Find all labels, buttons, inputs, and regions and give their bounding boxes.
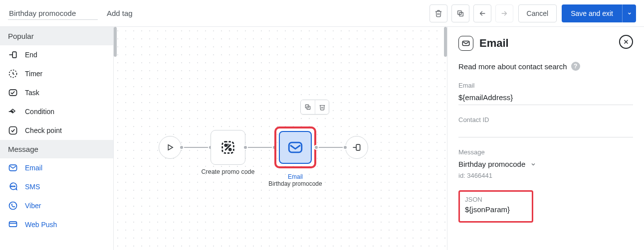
sidebar-item-label: Viber xyxy=(25,202,41,210)
copy-button[interactable] xyxy=(451,4,469,22)
sidebar: Popular End Timer Task Condition Check p… xyxy=(0,27,114,250)
help-icon[interactable]: ? xyxy=(571,62,580,71)
sidebar-item-label: Timer xyxy=(25,70,42,78)
node-delete-button[interactable] xyxy=(315,100,329,114)
svg-point-23 xyxy=(229,148,231,150)
json-field-highlight: JSON ${jsonParam} xyxy=(458,190,533,223)
undo-icon xyxy=(478,9,487,17)
sidebar-item-webpush[interactable]: Web Push xyxy=(0,215,113,234)
sidebar-item-email[interactable]: Email xyxy=(0,158,113,177)
email-field-label: Email xyxy=(458,82,633,89)
helper-text: Read more about contact search xyxy=(458,62,567,71)
svg-point-8 xyxy=(11,111,12,113)
sidebar-item-label: End xyxy=(25,51,37,59)
workflow-canvas[interactable]: + Create promo code Email Birthday promo… xyxy=(114,27,447,250)
chevron-down-icon xyxy=(627,11,632,16)
task-icon xyxy=(8,88,18,98)
sidebar-item-checkpoint[interactable]: Check point xyxy=(0,121,113,140)
close-icon xyxy=(623,39,629,45)
canvas-scroll-left[interactable] xyxy=(114,27,117,57)
sidebar-item-label: Web Push xyxy=(25,221,57,229)
email-block-type: Email xyxy=(250,173,340,180)
svg-rect-9 xyxy=(9,127,17,134)
contact-field-value[interactable] xyxy=(458,126,633,137)
promo-code-block[interactable]: + Create promo code xyxy=(211,130,245,165)
message-id: id: 3466441 xyxy=(458,172,633,179)
sidebar-item-viber[interactable]: Viber xyxy=(0,196,113,215)
save-exit-caret[interactable] xyxy=(622,4,636,22)
sidebar-item-timer[interactable]: Timer xyxy=(0,64,113,83)
promo-icon: + xyxy=(219,139,236,156)
sidebar-item-label: SMS xyxy=(25,183,40,191)
top-bar: Add tag Cancel Save and exit xyxy=(0,0,644,27)
panel-close-button[interactable] xyxy=(619,35,633,49)
contact-field-label: Contact ID xyxy=(458,116,633,124)
message-select[interactable]: Birthday promocode xyxy=(458,159,525,170)
play-icon xyxy=(166,143,175,152)
redo-icon xyxy=(500,9,509,17)
redo-button[interactable] xyxy=(495,4,513,22)
save-exit-button[interactable]: Save and exit xyxy=(562,4,622,22)
svg-point-11 xyxy=(11,186,12,187)
message-field-label: Message xyxy=(458,148,633,156)
copy-icon xyxy=(304,104,311,111)
svg-rect-3 xyxy=(12,52,16,58)
svg-rect-24 xyxy=(289,142,302,152)
node-mini-toolbar xyxy=(300,100,329,115)
undo-button[interactable] xyxy=(473,4,491,22)
sidebar-item-label: Check point xyxy=(25,126,62,134)
sidebar-item-label: Email xyxy=(25,164,42,172)
canvas-scroll-right[interactable] xyxy=(444,27,447,57)
end-icon xyxy=(8,50,18,60)
sidebar-item-end[interactable]: End xyxy=(0,45,113,64)
sidebar-item-label: Condition xyxy=(25,108,54,116)
sidebar-section-popular: Popular xyxy=(0,27,113,45)
sidebar-item-task[interactable]: Task xyxy=(0,83,113,102)
workflow-title-input[interactable] xyxy=(8,7,98,20)
cancel-button[interactable]: Cancel xyxy=(518,4,557,22)
svg-point-13 xyxy=(14,186,15,187)
svg-point-14 xyxy=(9,202,17,210)
sidebar-item-label: Task xyxy=(25,89,39,97)
properties-panel: Email Read more about contact search ? E… xyxy=(447,27,644,250)
sidebar-section-message: Message xyxy=(0,140,113,158)
sidebar-item-condition[interactable]: Condition xyxy=(0,102,113,121)
condition-icon xyxy=(8,107,18,117)
start-node[interactable] xyxy=(159,136,182,159)
trash-icon xyxy=(319,104,326,111)
node-copy-button[interactable] xyxy=(301,100,315,114)
add-tag-button[interactable]: Add tag xyxy=(107,9,133,17)
email-block-selected[interactable]: Email Birthday promocode xyxy=(274,126,316,168)
email-icon xyxy=(8,163,18,173)
webpush-icon xyxy=(8,220,18,230)
svg-point-12 xyxy=(12,186,13,187)
end-icon xyxy=(352,142,362,152)
svg-rect-26 xyxy=(356,144,360,150)
trash-icon xyxy=(434,9,442,17)
sidebar-item-sms[interactable]: SMS xyxy=(0,177,113,196)
email-icon xyxy=(287,139,304,156)
json-field-value[interactable]: ${jsonParam} xyxy=(465,205,527,216)
viber-icon xyxy=(8,201,18,211)
email-field-value[interactable]: ${emailAddress} xyxy=(458,92,633,105)
copy-icon xyxy=(456,9,464,17)
svg-marker-19 xyxy=(168,145,173,150)
json-field-label: JSON xyxy=(465,196,527,203)
email-icon xyxy=(458,36,473,51)
delete-button[interactable] xyxy=(429,4,447,22)
end-node[interactable] xyxy=(345,136,368,159)
chevron-down-icon xyxy=(530,161,536,167)
panel-title: Email xyxy=(479,37,509,50)
timer-icon xyxy=(8,69,18,79)
email-block-name: Birthday promocode xyxy=(250,180,340,187)
checkpoint-icon xyxy=(8,125,18,135)
sms-icon xyxy=(8,182,18,192)
svg-rect-15 xyxy=(9,222,17,227)
